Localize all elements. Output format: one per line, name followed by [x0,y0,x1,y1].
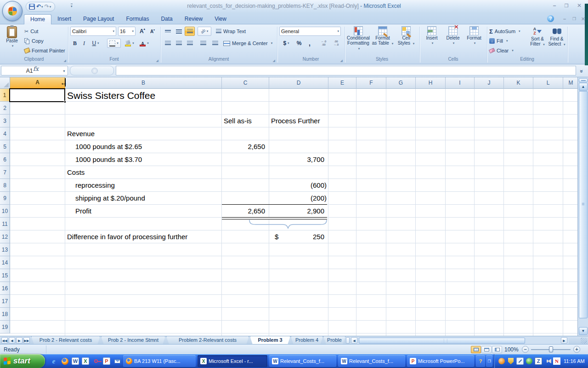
column-header-K[interactable]: K [504,77,533,89]
copy-button[interactable]: Copy [24,36,44,46]
paste-button[interactable]: Paste▾ [2,26,22,56]
column-header-H[interactable]: H [416,77,446,89]
align-left-button[interactable] [163,39,173,48]
fill-button[interactable]: ↓Fill▾ [489,36,508,46]
sheet-tab-problem5[interactable]: Proble [323,336,345,345]
tray-orange-app-icon[interactable] [498,357,505,365]
comma-style-button[interactable]: , [305,39,314,48]
cell-B7[interactable]: Costs [65,166,222,179]
number-format-combo[interactable]: General▾ [279,27,341,36]
task-button-word-2[interactable]: W Relevant_Costs_f... [338,355,405,367]
delete-cells-button[interactable]: ✕ Delete▾ [443,26,463,56]
zoom-in-icon[interactable]: + [573,346,580,353]
orientation-button[interactable]: ab▾ [198,27,211,36]
row-header-11[interactable]: 11 [0,218,10,230]
sheet-tab-prob2-income[interactable]: Prob 2 - Income Stmnt [101,336,165,345]
column-header-M[interactable]: M [563,77,577,89]
last-sheet-icon[interactable]: ▶▶ [23,337,30,344]
cell-D8[interactable]: (600) [269,179,328,192]
internet-explorer-icon[interactable]: e [50,357,58,365]
cell-D6[interactable]: 3,700 [269,153,328,166]
column-header-F[interactable]: F [356,77,386,89]
brace-shape[interactable] [249,219,328,229]
column-header-C[interactable]: C [222,77,269,89]
italic-button[interactable]: I [80,39,88,48]
scroll-up-icon[interactable]: ▲ [579,83,588,91]
row-header-8[interactable]: 8 [0,179,10,192]
column-header-B[interactable]: B [65,77,222,89]
sort-filter-button[interactable]: AZ Sort &Filter ▾ [528,26,547,56]
column-header-J[interactable]: J [475,77,504,89]
zoom-slider-thumb[interactable] [549,346,553,352]
cells-layer[interactable]: Swiss Sisters CoffeeSell as-isProcess Fu… [10,89,577,336]
row-header-12[interactable]: 12 [0,230,10,243]
grow-font-button[interactable]: A▴ [137,27,147,36]
prev-sheet-icon[interactable]: ◀ [9,337,15,344]
cut-button[interactable]: ✂Cut [24,27,38,36]
excel-icon[interactable]: X [82,357,89,365]
find-select-button[interactable]: Find &Select ▾ [547,26,566,56]
expand-formula-bar-icon[interactable]: « [578,67,586,76]
tray-wrench-icon[interactable] [516,357,524,365]
vertical-scrollbar[interactable]: ▲ ▼ [577,77,588,336]
increase-decimal-button[interactable]: ←.0.00 [318,39,329,48]
workbook-restore-button[interactable]: ❐ [572,16,576,22]
cell-B12[interactable]: Difference in favor of processing furthe… [65,230,222,243]
row-header-14[interactable]: 14 [0,256,10,269]
format-as-table-button[interactable]: Formatas Table ▾ [371,26,395,56]
scroll-down-icon[interactable]: ▼ [579,327,588,335]
align-top-button[interactable] [163,27,173,36]
cell-B10[interactable]: Profit [65,205,222,218]
key-icon[interactable] [92,357,100,365]
column-header-L[interactable]: L [533,77,563,89]
align-bottom-button[interactable] [185,27,195,36]
row-header-1[interactable]: 1 [0,89,10,102]
format-painter-button[interactable]: Format Painter [24,46,65,55]
autosum-button[interactable]: ΣAutoSum▾ [489,27,520,36]
insert-cells-button[interactable]: ← Insert▾ [422,26,442,56]
firefox-icon[interactable] [61,357,69,365]
task-button-excel[interactable]: X Microsoft Excel - r... [198,355,267,367]
fill-handle[interactable] [64,101,66,103]
font-name-combo[interactable]: Calibri▾ [70,27,116,36]
cell-D9[interactable]: (200) [269,192,328,205]
vertical-scroll-thumb[interactable] [579,91,588,318]
dialog-launcher-icon[interactable]: ◢ [340,59,343,63]
help-icon[interactable]: ? [547,15,554,22]
cell-C5[interactable]: 2,650 [222,140,269,153]
next-sheet-icon[interactable]: ▶ [16,337,23,344]
cell-B9[interactable]: shipping at $.20/pound [65,192,222,205]
tab-formulas[interactable]: Formulas [120,14,155,24]
cell-B4[interactable]: Revenue [65,127,222,140]
close-button[interactable]: ✕ [574,2,584,10]
merge-center-button[interactable]: Merge & Center▾ [223,39,272,48]
resize-grip[interactable] [581,338,587,344]
select-all-corner[interactable] [0,77,10,89]
tab-view[interactable]: View [209,14,232,24]
row-header-7[interactable]: 7 [0,166,10,179]
row-header-18[interactable]: 18 [0,308,10,321]
format-cells-button[interactable]: Format▾ [464,26,484,56]
insert-function-icon[interactable]: fx [33,65,39,72]
row-header-15[interactable]: 15 [0,269,10,282]
tray-novell-icon[interactable]: N [553,357,560,365]
row-header-16[interactable]: 16 [0,282,10,295]
borders-button[interactable]: ▾ [107,39,121,48]
tray-volume-icon[interactable] [544,357,551,365]
cell-D10[interactable]: 2,900 [269,205,328,218]
word-icon[interactable]: W [72,357,79,365]
row-header-3[interactable]: 3 [0,115,10,127]
sheet-tab-prob2-relevant[interactable]: Prob 2 - Relevant costs [31,336,100,345]
scroll-left-icon[interactable]: ◀ [351,337,357,344]
font-color-button[interactable]: A▾ [137,39,151,48]
font-size-combo[interactable]: 16▾ [118,27,136,36]
bold-button[interactable]: B [70,39,79,48]
dialog-launcher-icon[interactable]: ◢ [156,59,158,63]
row-header-4[interactable]: 4 [0,127,10,140]
column-header-I[interactable]: I [446,77,475,89]
decrease-decimal-button[interactable]: .00→.0 [330,39,342,48]
cell-B6[interactable]: 1000 pounds at $3.70 [65,153,222,166]
shrink-font-button[interactable]: A▾ [148,27,157,36]
column-header-D[interactable]: D [269,77,328,89]
row-header-10[interactable]: 10 [0,205,10,218]
